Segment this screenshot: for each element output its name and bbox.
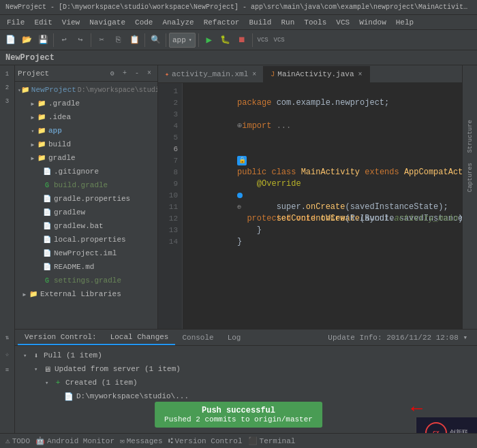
tab-main-activity-java[interactable]: J MainActivity.java ×: [264, 66, 369, 82]
menu-navigate[interactable]: Navigate: [85, 17, 129, 28]
bottom-tab-local-changes[interactable]: Local Changes: [104, 330, 176, 345]
tree-item-ext-libs[interactable]: ▶ 📁 External Libraries: [15, 287, 157, 301]
todo-label: TODO: [12, 437, 30, 445]
line-num-9: 9: [158, 178, 182, 190]
bottom-left-icon-1[interactable]: ⇄: [1, 332, 14, 344]
xml-tab-close[interactable]: ×: [252, 71, 256, 78]
file-icon-iml: 📄: [42, 249, 52, 258]
left-icon-2[interactable]: 2: [1, 82, 14, 94]
menu-code[interactable]: Code: [131, 17, 157, 28]
tree-item-idea[interactable]: ▶ 📁 .idea: [15, 110, 157, 124]
java-tab-close[interactable]: ×: [358, 71, 363, 78]
menu-window[interactable]: Window: [355, 17, 390, 28]
line-num-14: 14: [158, 236, 182, 248]
menu-refactor[interactable]: Refactor: [200, 17, 244, 28]
menu-vcs[interactable]: VCS: [332, 17, 354, 28]
toolbar-sep-2: [91, 33, 91, 47]
left-icon-3[interactable]: 3: [1, 95, 14, 108]
toolbar-run-btn[interactable]: ▶: [202, 33, 217, 48]
tree-item-local-props[interactable]: ▶ 📄 local.properties: [15, 233, 157, 246]
project-panel-close-btn[interactable]: ×: [144, 68, 155, 79]
tree-item-gradlew[interactable]: ▶ 📄 gradlew: [15, 206, 157, 219]
messages-label: Messages: [127, 437, 163, 445]
update-info[interactable]: Update Info: 2016/11/22 12:08 ▾: [321, 330, 474, 345]
project-title-label: NewProject: [5, 53, 55, 63]
tree-gradle-label: .gradle: [48, 99, 80, 108]
status-messages[interactable]: ✉ Messages: [120, 436, 162, 445]
tree-item-readme[interactable]: ▶ 📄 README.md: [15, 260, 157, 274]
vc-created-item[interactable]: ▾ + Created (1 item): [20, 376, 472, 389]
toolbar-new-btn[interactable]: 📄: [3, 33, 18, 48]
vc-file-item[interactable]: ▶ 📄 D:\myworkspace\studio\...: [20, 389, 472, 403]
menu-edit[interactable]: Edit: [30, 17, 56, 28]
tree-item-gitignore[interactable]: ▶ 📄 .gitignore: [15, 165, 157, 178]
bottom-tab-version-control[interactable]: Version Control:: [18, 330, 104, 345]
menu-tools[interactable]: Tools: [300, 17, 330, 28]
vc-pull-item[interactable]: ▾ ⬇ Pull (1 item): [20, 349, 472, 362]
menu-run[interactable]: Run: [277, 17, 298, 28]
project-panel-expand-btn[interactable]: +: [119, 68, 130, 79]
right-structure-tab[interactable]: Structure: [467, 120, 474, 153]
tree-item-settings-gradle[interactable]: ▶ G settings.gradle: [15, 274, 157, 287]
toolbar-vcs-btn[interactable]: VCS: [256, 33, 271, 48]
toolbar-copy-btn[interactable]: ⎘: [110, 33, 125, 48]
project-panel-collapse-btn[interactable]: -: [132, 68, 142, 79]
tree-idea-label: .idea: [48, 113, 71, 121]
toolbar-open-btn[interactable]: 📂: [19, 33, 34, 48]
project-title-bar: NewProject: [0, 50, 477, 65]
tree-item-gradle-folder[interactable]: ▶ 📁 gradle: [15, 151, 157, 165]
menu-analyze[interactable]: Analyze: [158, 17, 198, 28]
tree-item-app[interactable]: ▾ 📁 app: [15, 124, 157, 138]
push-subtitle: Pushed 2 commits to origin/master: [164, 415, 313, 423]
folder-icon-gradle2: 📁: [37, 153, 46, 163]
bottom-tab-console[interactable]: Console: [175, 330, 220, 345]
left-icon-1[interactable]: 1: [1, 68, 14, 80]
toolbar-cut-btn[interactable]: ✂: [94, 33, 109, 48]
folder-icon-idea: 📁: [37, 112, 46, 122]
tree-gradlew-bat-label: gradlew.bat: [54, 222, 104, 230]
vc-updated-arrow: ▾: [34, 366, 42, 373]
toolbar-undo-btn[interactable]: ↩: [57, 33, 72, 48]
status-terminal[interactable]: ⬛ Terminal: [248, 436, 296, 445]
update-info-label: Update Info: 2016/11/22 12:08 ▾: [328, 333, 467, 342]
folder-icon-gradle: 📁: [37, 99, 46, 108]
status-android-monitor[interactable]: 🤖 Android Monitor: [35, 436, 114, 445]
right-captures-tab[interactable]: Captures: [467, 163, 474, 192]
vc-icon-status: ⑆: [168, 437, 173, 445]
menu-view[interactable]: View: [58, 17, 84, 28]
bottom-tab-log[interactable]: Log: [221, 330, 248, 345]
menu-file[interactable]: File: [3, 17, 29, 28]
tree-item-gradle-props[interactable]: ▶ 📄 gradle.properties: [15, 192, 157, 206]
line-num-5: 5: [158, 132, 182, 144]
menu-help[interactable]: Help: [392, 17, 418, 28]
tree-item-build-gradle[interactable]: ▶ G build.gradle: [15, 178, 157, 192]
status-todo[interactable]: ⚠ TODO: [5, 436, 30, 445]
toolbar-redo-btn[interactable]: ↪: [73, 33, 88, 48]
toolbar-app-selector[interactable]: app ▾: [169, 33, 196, 48]
tree-item-gradlew-bat[interactable]: ▶ 📄 gradlew.bat: [15, 219, 157, 233]
toolbar-paste-btn[interactable]: 📋: [127, 33, 142, 48]
todo-icon: ⚠: [5, 436, 10, 445]
toolbar-save-btn[interactable]: 💾: [35, 33, 50, 48]
toolbar-stop-btn[interactable]: ⏹: [234, 33, 249, 48]
tree-settings-gradle-label: settings.gradle: [54, 276, 121, 285]
menu-build[interactable]: Build: [245, 17, 275, 28]
tree-item-gradle-dir[interactable]: ▶ 📁 .gradle: [15, 97, 157, 110]
toolbar-search-btn[interactable]: 🔍: [148, 33, 163, 48]
file-icon-local-props: 📄: [42, 235, 52, 244]
tree-root-label: NewProject: [31, 86, 76, 94]
tab-activity-main-xml[interactable]: ✦ activity_main.xml ×: [158, 66, 264, 82]
tree-item-build[interactable]: ▶ 📁 build: [15, 138, 157, 151]
tree-root[interactable]: ▾ 📁 NewProject D:\myworkspace\studio\wo.…: [15, 83, 157, 97]
line-num-7: 7: [158, 155, 182, 167]
tree-item-iml[interactable]: ▶ 📄 NewProject.iml: [15, 246, 157, 260]
tree-root-path: D:\myworkspace\studio\wo...: [78, 86, 157, 94]
status-version-control[interactable]: ⑆ Version Control: [168, 437, 243, 445]
project-panel-settings-btn[interactable]: ⚙: [107, 68, 118, 79]
toolbar-vcs2-btn[interactable]: VCS: [272, 33, 287, 48]
toolbar-debug-btn[interactable]: 🐛: [218, 33, 233, 48]
folder-icon-ext-libs: 📁: [29, 289, 38, 299]
vc-updated-item[interactable]: ▾ 🖥 Updated from server (1 item): [20, 362, 472, 376]
tree-idea-arrow: ▶: [29, 113, 37, 121]
console-label: Console: [182, 334, 213, 342]
